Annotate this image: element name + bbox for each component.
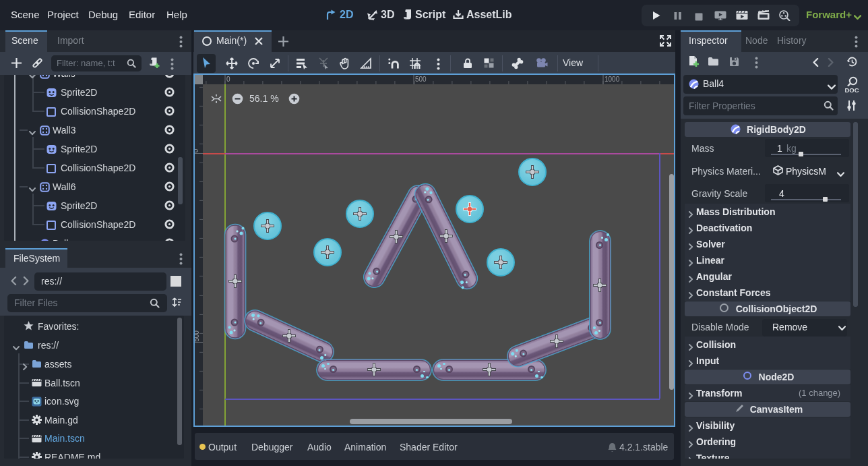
svg-text:DOC: DOC xyxy=(845,86,859,94)
